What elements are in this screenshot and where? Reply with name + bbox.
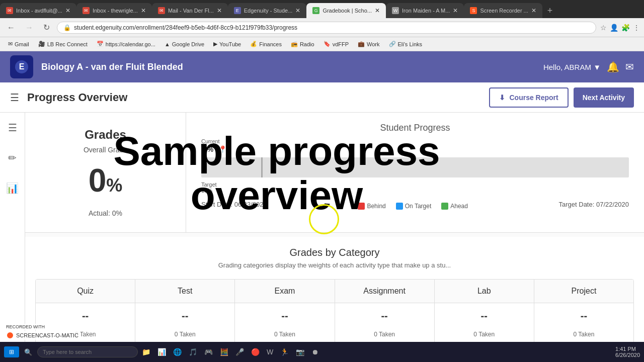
student-progress-title: Student Progress — [201, 123, 629, 133]
start-button[interactable]: ⊞ — [4, 346, 19, 357]
bookmark-calendar[interactable]: 📅https://calendar.go... — [93, 40, 159, 48]
bookmark-radio[interactable]: 📻Radio — [287, 40, 318, 48]
ahead-dot — [441, 203, 448, 210]
header-greeting: Hello, ABRAM ▼ — [543, 63, 601, 71]
target-date-label: Target Date: 07/22/2020 — [559, 201, 629, 208]
tab-close-edgenuity[interactable]: ✕ — [295, 7, 300, 14]
tab-close-gradebook[interactable]: ✕ — [375, 7, 380, 14]
app-header-right: Hello, ABRAM ▼ 🔔 ✉ — [543, 61, 634, 73]
taskbar-app1[interactable]: 🔴 — [249, 346, 262, 358]
taskbar-word[interactable]: W — [265, 346, 275, 358]
tab-gmail[interactable]: ✉ Inbox - avdfluit@... ✕ — [0, 3, 76, 18]
content-area: Grades Overall Grade 0% Actual: 0% Stude… — [25, 113, 644, 362]
next-activity-button[interactable]: Next Activity — [574, 87, 634, 108]
tab-gradebook[interactable]: G Gradebook | Scho... ✕ — [306, 3, 386, 18]
taskbar-rec[interactable]: ⏺ — [309, 346, 320, 358]
taskbar-chrome[interactable]: 🌐 — [171, 346, 184, 358]
forward-button[interactable]: → — [22, 22, 36, 33]
profile-button[interactable]: 👤 — [610, 24, 618, 32]
taskbar-calculator[interactable]: 🧮 — [218, 346, 230, 358]
extension-button[interactable]: 🧩 — [621, 24, 630, 32]
app-content: E Biology A - van der Fluit Blended Hell… — [0, 51, 644, 362]
taskbar-app2[interactable]: 🏃 — [278, 346, 291, 358]
tab-favicon-iron-maiden: W — [392, 7, 399, 14]
legend-ahead: Ahead — [441, 203, 468, 210]
category-header-test: Test — [135, 280, 234, 303]
back-button[interactable]: ← — [4, 22, 18, 33]
course-report-button[interactable]: ⬇ Course Report — [489, 87, 568, 108]
category-col-exam: Exam -- 0 Taken — [235, 280, 335, 345]
bookmark-icon-radio: 📻 — [291, 41, 298, 47]
bookmark-button[interactable]: ☆ — [600, 24, 607, 32]
taskbar-steam[interactable]: 🎮 — [202, 346, 215, 358]
taskbar-file-explorer[interactable]: 📁 — [140, 346, 152, 358]
tab-label-gradebook: Gradebook | Scho... — [323, 8, 372, 14]
tab-gmail2[interactable]: ✉ Inbox - thewrigle... ✕ — [76, 3, 152, 18]
tab-close-gmail2[interactable]: ✕ — [141, 7, 146, 14]
tab-close-screen-recorder[interactable]: ✕ — [531, 7, 536, 14]
reload-button[interactable]: ↻ — [40, 22, 53, 33]
app-logo: E — [10, 55, 33, 78]
tab-label-gmail2: Inbox - thewrigle... — [93, 8, 138, 14]
start-date-label: Start Date: 06/23/2020 — [201, 201, 267, 208]
bookmarks-bar: ✉Gmail 🎥LB Rec Connect 📅https://calendar… — [0, 37, 644, 51]
tab-iron-maiden[interactable]: W Iron Maiden - A M... ✕ — [386, 3, 464, 18]
recording-watermark: RECORDED WITH SCREENCAST-O-MATIC — [4, 324, 80, 340]
sidebar-toggle-icon[interactable]: ☰ — [10, 92, 19, 104]
category-value-lab: -- — [435, 303, 534, 329]
taskbar-right: 1:41 PM 6/26/2020 — [615, 346, 640, 358]
category-value-assignment: -- — [335, 303, 434, 329]
bookmark-icon-gdrive: ▲ — [165, 41, 170, 47]
recorded-with-label: RECORDED WITH — [4, 324, 80, 330]
actual-label: Actual: 0% — [45, 209, 166, 217]
nav-bar: ← → ↻ 🔒 student.edgenuity.com/enrollment… — [0, 18, 644, 37]
tab-label-gmail: Inbox - avdfluit@... — [16, 8, 62, 14]
new-tab-button[interactable]: + — [542, 4, 558, 18]
tab-screen-recorder[interactable]: S Screen Recorder ... ✕ — [464, 3, 542, 18]
bookmark-gmail[interactable]: ✉Gmail — [4, 40, 33, 48]
bookmark-lbrec[interactable]: 🎥LB Rec Connect — [34, 40, 92, 48]
tab-close-gmail[interactable]: ✕ — [65, 7, 70, 14]
bookmark-work[interactable]: 💼Work — [354, 40, 383, 48]
lock-icon: 🔒 — [63, 24, 71, 31]
tab-favicon-mail: ✉ — [158, 7, 165, 14]
tab-favicon-edgenuity: E — [234, 7, 241, 14]
tab-label-screen-recorder: Screen Recorder ... — [480, 8, 528, 14]
messages-button[interactable]: ✉ — [625, 61, 634, 73]
sidebar-analytics-icon[interactable]: 📊 — [2, 178, 23, 198]
sidebar-edit-icon[interactable]: ✏ — [4, 148, 21, 168]
address-bar[interactable]: 🔒 student.edgenuity.com/enrollment/284fe… — [57, 22, 596, 34]
taskbar-itunes[interactable]: 🎵 — [187, 346, 199, 358]
taskbar-app3[interactable]: 📷 — [294, 346, 306, 358]
dates-row: Start Date: 06/23/2020 Behind On Target — [201, 199, 629, 210]
screencast-label: SCREENCAST-O-MATIC — [4, 331, 80, 340]
bookmark-eli[interactable]: 🔗Eli's Links — [385, 40, 427, 48]
bookmark-finances[interactable]: 💰Finances — [246, 40, 286, 48]
bookmark-icon-gmail: ✉ — [8, 41, 13, 47]
tab-favicon-gradebook: G — [312, 7, 319, 14]
rec-indicator — [6, 331, 14, 339]
tab-edgenuity[interactable]: E Edgenuity - Stude... ✕ — [228, 3, 307, 18]
bookmark-gdrive[interactable]: ▲Google Drive — [160, 40, 208, 48]
target-label: Target — [201, 182, 629, 188]
taskbar-search-input[interactable] — [37, 346, 138, 357]
tab-close-mail[interactable]: ✕ — [217, 7, 222, 14]
sidebar-menu-icon[interactable]: ☰ — [4, 118, 21, 138]
bookmark-icon-finances: 💰 — [250, 41, 257, 47]
main-layout: ☰ ✏ 📊 Grades Overall Grade 0% Actual: 0% — [0, 113, 644, 362]
app-title: Biology A - van der Fluit Blended — [41, 62, 535, 72]
tab-bar: ✉ Inbox - avdfluit@... ✕ ✉ Inbox - thewr… — [0, 0, 644, 18]
legend-behind: Behind — [358, 203, 385, 210]
category-value-project: -- — [534, 303, 633, 329]
tab-close-iron-maiden[interactable]: ✕ — [453, 7, 458, 14]
menu-button[interactable]: ⋮ — [633, 24, 640, 32]
category-title: Grades by Category — [35, 247, 634, 258]
taskbar-time: 1:41 PM 6/26/2020 — [615, 346, 640, 358]
bookmark-youtube[interactable]: ▶YouTube — [209, 40, 245, 48]
taskbar-mic[interactable]: 🎤 — [233, 346, 246, 358]
notifications-button[interactable]: 🔔 — [607, 61, 619, 73]
bookmark-vdffp[interactable]: 🔖vdFFP — [319, 40, 353, 48]
tab-mail[interactable]: ✉ Mail - Van Der Fl... ✕ — [152, 3, 228, 18]
current-label: Current — [201, 138, 220, 144]
taskbar-excel[interactable]: 📊 — [155, 346, 168, 358]
